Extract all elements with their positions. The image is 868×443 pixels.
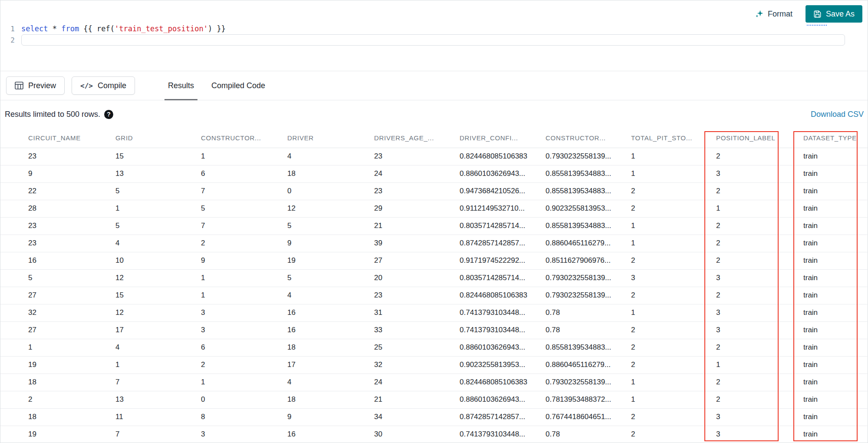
table-cell: 23 (374, 182, 460, 200)
table-cell: train (803, 252, 868, 269)
artifact-squiggle (807, 24, 827, 26)
table-row: 22570230.9473684210526...0.8558139534883… (0, 182, 868, 200)
table-cell: 4 (287, 287, 374, 304)
table-cell: 1 (716, 356, 803, 374)
column-header: CONSTRUCTOR... (201, 128, 287, 148)
table-row: 14618250.8860103626943...0.8558139534883… (0, 339, 868, 356)
table-cell: 0.7930232558139... (546, 148, 631, 165)
table-cell: train (803, 321, 868, 339)
column-header: POSITION_LABEL (716, 128, 803, 148)
table-cell: 2 (631, 356, 716, 374)
table-cell: 0.78 (546, 304, 631, 321)
table-cell: 5 (115, 182, 201, 200)
table-cell: 17 (115, 321, 201, 339)
table-cell: 2 (716, 287, 803, 304)
table-cell: train (803, 165, 868, 182)
table-cell: 0.8558139534883... (546, 182, 631, 200)
table-cell: 29 (374, 200, 460, 217)
table-cell: 0.824468085106383 (460, 374, 546, 391)
table-cell: 22 (0, 182, 115, 200)
table-cell: 6 (201, 165, 287, 182)
table-cell: 0.9023255813953... (460, 356, 546, 374)
preview-button[interactable]: Preview (6, 76, 65, 95)
table-cell: 2 (716, 339, 803, 356)
table-cell: 3 (716, 426, 803, 443)
table-cell: train (803, 269, 868, 287)
table-cell: 2 (0, 391, 115, 408)
column-header: DRIVER (287, 128, 374, 148)
compile-button[interactable]: </> Compile (72, 76, 135, 95)
table-row: 231514230.8244680851063830.7930232558139… (0, 148, 868, 165)
table-cell: 23 (0, 217, 115, 235)
table-cell: 23 (0, 148, 115, 165)
table-cell: train (803, 287, 868, 304)
table-cell: 1 (631, 374, 716, 391)
tab-results[interactable]: Results (159, 71, 203, 100)
table-cell: 0.7930232558139... (546, 269, 631, 287)
table-row: 23575210.8035714285714...0.8558139534883… (0, 217, 868, 235)
table-cell: 2 (716, 217, 803, 235)
table-cell: 9 (201, 252, 287, 269)
table-cell: 0.7413793103448... (460, 426, 546, 443)
table-cell: 17 (287, 356, 374, 374)
table-cell: 16 (0, 252, 115, 269)
table-cell: 3 (201, 304, 287, 321)
table-cell: 1 (631, 148, 716, 165)
table-cell: 18 (0, 408, 115, 426)
dbt-ide-app: Format Save As 1 select * from {{ ref('t… (0, 0, 868, 443)
table-cell: 12 (115, 269, 201, 287)
editor-active-line-box[interactable] (21, 34, 845, 46)
table-cell: 21 (374, 391, 460, 408)
code-line-2[interactable]: 2 (0, 34, 868, 46)
table-cell: 2 (631, 339, 716, 356)
table-cell: 3 (716, 408, 803, 426)
column-header: DRIVERS_AGE_... (374, 128, 460, 148)
table-cell: 5 (287, 269, 374, 287)
table-cell: 23 (0, 235, 115, 252)
line-number: 1 (0, 25, 21, 33)
code-editor[interactable]: 1 select * from {{ ref('train_test_posit… (0, 23, 868, 46)
table-cell: 11 (115, 408, 201, 426)
table-cell: 31 (374, 304, 460, 321)
table-cell: 12 (115, 304, 201, 321)
table-row: 23429390.8742857142857...0.8860465116279… (0, 235, 868, 252)
tab-compiled-code[interactable]: Compiled Code (203, 71, 274, 100)
table-cell: 18 (0, 374, 115, 391)
download-csv-link[interactable]: Download CSV (811, 110, 864, 119)
table-cell: 1 (716, 200, 803, 217)
help-icon[interactable]: ? (104, 110, 113, 119)
results-info-bar: Results limited to 500 rows. ? Download … (0, 100, 868, 128)
table-grid-icon (15, 82, 23, 89)
column-header: TOTAL_PIT_STO... (631, 128, 716, 148)
table-cell: train (803, 304, 868, 321)
table-cell: 30 (374, 426, 460, 443)
table-cell: train (803, 374, 868, 391)
table-cell: 1 (201, 287, 287, 304)
table-row: 181189340.8742857142857...0.767441860465… (0, 408, 868, 426)
table-cell: 3 (201, 321, 287, 339)
table-row: 913618240.8860103626943...0.855813953488… (0, 165, 868, 182)
table-cell: 24 (374, 374, 460, 391)
table-cell: 4 (115, 339, 201, 356)
table-cell: train (803, 339, 868, 356)
table-row: 191217320.9023255813953...0.886046511627… (0, 356, 868, 374)
table-cell: 7 (115, 426, 201, 443)
table-cell: 0.8860103626943... (460, 339, 546, 356)
table-cell: 4 (115, 235, 201, 252)
table-row: 281512290.9112149532710...0.902325581395… (0, 200, 868, 217)
table-cell: 18 (287, 165, 374, 182)
table-cell: 0.78 (546, 321, 631, 339)
table-cell: 0.9023255813953... (546, 200, 631, 217)
table-cell: 0 (201, 391, 287, 408)
table-cell: 3 (716, 304, 803, 321)
table-cell: 8 (201, 408, 287, 426)
table-cell: 1 (201, 269, 287, 287)
table-cell: train (803, 217, 868, 235)
table-cell: 1 (631, 304, 716, 321)
table-cell: 2 (716, 252, 803, 269)
compile-button-label: Compile (98, 81, 126, 90)
table-cell: 16 (287, 304, 374, 321)
table-cell: 20 (374, 269, 460, 287)
table-cell: 27 (0, 287, 115, 304)
table-cell: 1 (201, 148, 287, 165)
